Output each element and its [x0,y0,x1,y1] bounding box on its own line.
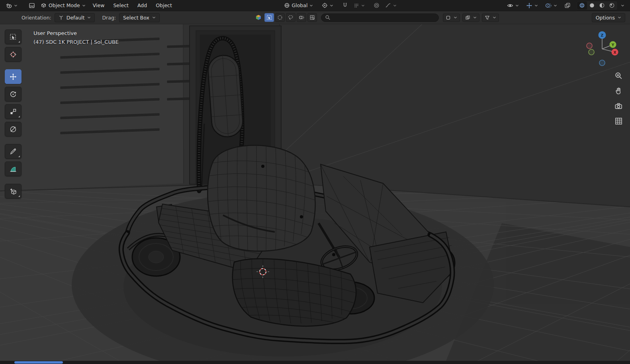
viewport-display-cluster [505,1,627,10]
top-menu-bar: Object Mode View Select Add Object Globa… [0,0,630,11]
blender-menu-button[interactable] [3,1,20,10]
camera-view-button[interactable] [614,101,623,110]
object-mode-icon [41,2,47,8]
tool-column [5,29,22,199]
tool-cursor[interactable] [5,47,22,62]
material-preview-cube-icon[interactable] [254,13,263,22]
viewport-3d[interactable]: User Perspective (47) SDC 1K PROJECT | S… [0,24,630,361]
tool-transform[interactable] [5,122,22,136]
navigation-gizmo[interactable]: Z Y X [583,28,621,66]
rotate-tool-icon [10,91,17,98]
status-bar [0,361,630,364]
tool-add-cube[interactable] [5,184,22,199]
select-circle-mode-button[interactable] [275,13,285,22]
move-tool-icon [10,73,17,80]
select-intersect-mode-button[interactable] [307,13,317,22]
shading-mode-segment [576,1,618,10]
orientation-globe-icon [284,2,290,8]
chevron-down-icon [330,4,333,7]
toggle-xray-icon [564,2,571,9]
orientation-axes-icon [59,15,64,20]
select-paint-mode-button[interactable] [297,13,306,22]
options-dropdown[interactable]: Options [592,13,625,22]
transform-cluster: Global [282,1,399,10]
select-box-mode-button[interactable] [264,13,274,22]
show-gizmos-icon [526,2,532,9]
pan-hand-icon [614,87,623,95]
orientation-label: Orientation: [22,15,51,21]
shading-wireframe-button[interactable] [577,2,587,10]
drag-mode-dropdown[interactable]: Select Box [119,13,160,22]
chevron-down-icon [473,16,477,19]
mode-dropdown[interactable]: Object Mode [38,1,88,10]
snap-target-icon [354,3,359,8]
select-paint-mode-icon [299,15,304,20]
proportional-falloff-dropdown[interactable] [383,1,399,10]
proportional-icon [465,15,470,20]
object-type-visibility-eye-icon [507,2,513,9]
zoom-button[interactable] [614,71,623,80]
shading-dropdown[interactable] [618,3,627,8]
show-overlays-dropdown[interactable] [543,1,560,10]
select-lasso-mode-button[interactable] [286,13,295,22]
chevron-down-icon [515,4,519,7]
chevron-down-icon [309,4,313,7]
snapping-options-button[interactable] [443,14,460,22]
orientation-default-dropdown[interactable]: Default [55,13,95,22]
chevron-down-icon [14,4,18,7]
toggle-xray-button[interactable] [562,1,573,10]
tool-select-box[interactable] [5,29,22,44]
proportional-edit-toggle[interactable] [371,1,382,10]
viewport-nav-buttons [614,71,623,125]
scale-tool-icon [10,108,17,115]
camera-view-icon [614,102,623,110]
toggle-orthographic-button[interactable] [614,117,623,125]
snap-target-dropdown[interactable] [351,2,367,10]
axis-z-label: Z [601,33,604,37]
axis-x-negative[interactable] [587,43,592,49]
axis-y-negative[interactable] [589,49,594,55]
search-field[interactable] [321,14,439,22]
annotate-pen-icon [10,148,17,155]
tool-move[interactable] [5,69,22,84]
mode-label: Object Mode [49,2,80,8]
tool-measure[interactable] [5,162,22,176]
transform-orientation-dropdown[interactable]: Global [282,1,316,10]
editor-type-button[interactable] [26,1,37,10]
pivot-point-icon [322,2,328,8]
drag-mode-value: Select Box [123,15,149,21]
shading-material-button[interactable] [597,2,607,10]
tool-scale[interactable] [5,104,22,119]
proportional-options-button[interactable] [462,14,479,22]
snap-toggle[interactable] [340,1,350,10]
chevron-down-icon [361,4,365,7]
pivot-point-dropdown[interactable] [319,1,336,10]
add-cube-icon [10,188,17,195]
filter-button[interactable] [482,14,499,22]
filter-funnel-icon [485,15,490,20]
menu-object[interactable]: Object [152,1,176,10]
shading-rendered-button[interactable] [607,2,617,10]
select-intersect-mode-icon [309,15,315,20]
chevron-down-icon [621,4,624,7]
transform-tool-icon [10,126,17,133]
tool-annotate[interactable] [5,144,22,159]
pan-button[interactable] [614,86,623,95]
menu-add[interactable]: Add [133,1,151,10]
tool-rotate[interactable] [5,87,22,101]
menu-view[interactable]: View [89,1,109,10]
axis-y-label: Y [611,43,614,47]
chevron-down-icon [554,4,557,7]
axis-z-negative[interactable] [599,60,605,66]
show-gizmos-dropdown[interactable] [524,1,540,10]
menu-select[interactable]: Select [109,1,133,10]
options-label: Options [596,15,615,21]
chevron-down-icon [152,16,156,19]
show-overlays-icon [545,2,552,9]
search-input[interactable] [333,15,435,21]
shading-solid-button[interactable] [587,2,597,10]
shading-solid-icon [589,2,595,8]
object-visibility-dropdown[interactable] [505,1,521,10]
snap-magnet-icon [342,2,348,8]
blender-logo-icon [6,2,12,9]
